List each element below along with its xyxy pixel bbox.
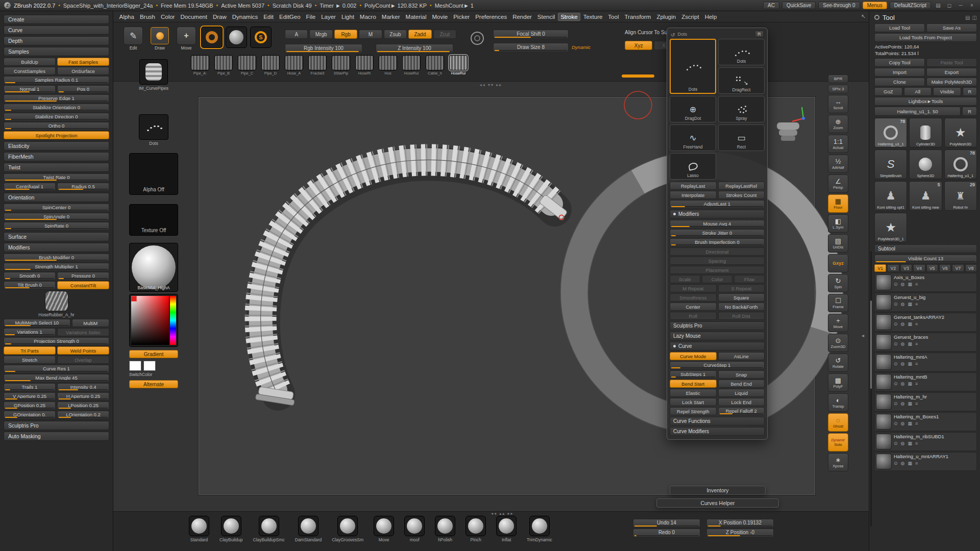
stroke-jitter-slider[interactable]: Stroke Jitter 0 xyxy=(670,229,765,237)
subtool-tab-v6[interactable]: V6 xyxy=(939,264,951,272)
lock-start-button[interactable]: Lock Start xyxy=(670,398,717,406)
stroke-type-dots[interactable]: Dots xyxy=(718,39,765,65)
polypaint-icon[interactable]: ◍ xyxy=(901,321,905,327)
secondary-color-swatch[interactable] xyxy=(143,361,156,371)
visibility-eye-icon[interactable]: ⊙ xyxy=(894,461,898,466)
subtool-geruest-braces[interactable]: Geruest_braces⊙◍▦≡ xyxy=(874,333,977,352)
center-button[interactable]: Center xyxy=(670,303,717,311)
menu-draw[interactable]: Draw xyxy=(210,13,229,21)
a-button[interactable]: A xyxy=(285,30,308,39)
subtool-section-header[interactable]: Subtool xyxy=(874,244,977,253)
imm-brush-hoserul[interactable]: HoseRul xyxy=(401,55,422,76)
focal-shift-slider[interactable]: Focal Shift 0 xyxy=(493,30,569,39)
stroke-type-dragdot[interactable]: DragDot xyxy=(670,96,716,122)
mouse-avg-slider[interactable]: Mouse Avg 4 xyxy=(670,220,765,228)
repel-strength-button[interactable]: Repel Strength xyxy=(670,407,717,415)
visibility-eye-icon[interactable]: ⊙ xyxy=(894,302,898,307)
brush-claybuildupsmc[interactable]: ClayBuildupSmc xyxy=(253,516,284,542)
visibility-eye-icon[interactable]: ⊙ xyxy=(894,441,898,446)
options-icon[interactable]: ≡ xyxy=(915,341,918,346)
replaylast-button[interactable]: ReplayLast xyxy=(670,182,717,190)
section-curve-modifiers[interactable]: Curve Modifiers xyxy=(670,427,765,436)
color-picker[interactable] xyxy=(129,294,178,347)
switch-color-label[interactable]: SwitchColor xyxy=(129,372,152,377)
options-icon[interactable]: ≡ xyxy=(915,401,918,406)
repel-falloff-slider[interactable]: Repel Falloff 2 xyxy=(718,407,765,415)
zsub-button[interactable]: Zsub xyxy=(384,30,407,39)
constanttilt-button[interactable]: ConstantTilt xyxy=(57,281,109,289)
menu-picker[interactable]: Picker xyxy=(451,13,473,21)
curvepipes-thumbnail[interactable] xyxy=(139,59,168,85)
subtool-tab-v1[interactable]: V1 xyxy=(874,264,886,272)
stretch-button[interactable]: Stretch xyxy=(4,356,56,364)
m-button[interactable]: M xyxy=(359,30,382,39)
radius-slider[interactable]: Radius 0.5 xyxy=(57,183,109,191)
visibility-eye-icon[interactable]: ⊙ xyxy=(894,282,898,287)
palette-surface[interactable]: Surface xyxy=(4,232,109,241)
shelf-rotate-button[interactable]: ↺Rotate xyxy=(828,354,848,372)
lock-end-button[interactable]: Lock End xyxy=(718,398,765,406)
mrgb-button[interactable]: Mrgb xyxy=(309,30,332,39)
uv-grid-icon[interactable]: ▦ xyxy=(908,401,912,406)
stroke-history-icon[interactable] xyxy=(671,30,675,39)
menu-brush[interactable]: Brush xyxy=(137,13,158,21)
brush-hpolish[interactable]: hPolish xyxy=(435,516,455,542)
variations-slider[interactable]: Variations 1 xyxy=(4,328,56,336)
menu-preferences[interactable]: Preferences xyxy=(473,13,510,21)
subtool-tab-v7[interactable]: V7 xyxy=(952,264,964,272)
brush-inflat[interactable]: Inflat xyxy=(496,516,517,542)
draw-size-slider[interactable]: Draw Size 8 xyxy=(493,43,569,52)
gposition-slider[interactable]: GPosition 0.25 xyxy=(4,402,56,410)
palette-depth[interactable]: Depth xyxy=(4,36,109,45)
palette-curve[interactable]: Curve xyxy=(4,26,109,35)
curve-res-slider[interactable]: Curve Res 1 xyxy=(4,365,109,373)
multimesh-select-slider[interactable]: MultiMesh Select 10 xyxy=(4,319,70,327)
shelf-undis-button[interactable]: ▤UnDis xyxy=(828,234,848,253)
subtool-haltering-m-boxes1[interactable]: Haltering_m_Boxes1⊙◍▦≡ xyxy=(874,412,977,431)
options-icon[interactable]: ≡ xyxy=(915,381,918,386)
spinangle-slider[interactable]: SpinAngle 0 xyxy=(4,213,109,221)
asline-button[interactable]: AsLine xyxy=(718,352,765,360)
imm-brush-pipe-d[interactable]: Pipe_D xyxy=(260,55,281,76)
make-polymesh3d-button[interactable]: Make PolyMesh3D xyxy=(926,78,977,86)
brush-thumbnail-hoserubber-a-hr[interactable]: HoseRubber_A_hr xyxy=(4,291,109,317)
menu-stroke[interactable]: Stroke xyxy=(558,13,580,21)
interpolate-button[interactable]: Interpolate xyxy=(670,191,717,199)
polypaint-icon[interactable]: ◍ xyxy=(901,302,905,307)
tray-divider-bottom[interactable] xyxy=(491,511,514,516)
menu-file[interactable]: File xyxy=(303,13,318,21)
shelf-transp-button[interactable]: ◐Transp xyxy=(828,393,848,412)
imm-brush-hoserul[interactable]: HoseRul xyxy=(448,55,469,76)
x-position-slider[interactable]: X Position 0.19132 xyxy=(706,519,774,528)
palette-fibermesh[interactable]: FiberMesh xyxy=(4,152,109,161)
options-icon[interactable]: ≡ xyxy=(915,302,918,307)
subtool-axis-u-boxes[interactable]: Axis_u_Boxes⊙◍▦≡ xyxy=(874,273,977,292)
palette-sculptris-pro[interactable]: Sculptris Pro xyxy=(4,421,109,430)
shelf-frame-button[interactable]: ☐Frame xyxy=(828,294,848,312)
palette-modifiers[interactable]: Modifiers xyxy=(4,243,109,252)
rgb-button[interactable]: Rgb xyxy=(334,30,357,39)
tilt-brush-slider[interactable]: Tilt Brush 0 xyxy=(4,281,56,289)
visibility-eye-icon[interactable]: ⊙ xyxy=(894,321,898,327)
palette-auto-masking[interactable]: Auto Masking xyxy=(4,432,109,441)
current-brush-thumbnail[interactable] xyxy=(201,27,223,48)
visibility-eye-icon[interactable]: ⊙ xyxy=(894,361,898,366)
palette-elasticity[interactable]: Elasticity xyxy=(4,141,109,151)
stroke-type-lasso[interactable]: Lasso xyxy=(670,153,716,180)
visibility-eye-icon[interactable]: ⊙ xyxy=(894,401,898,406)
stroke-thumbnail[interactable] xyxy=(226,27,247,48)
constsamples-button[interactable]: ConstSamples xyxy=(4,67,56,75)
imm-brush-hos[interactable]: Hos xyxy=(378,55,398,76)
spinrate-slider[interactable]: SpinRate 0 xyxy=(4,222,109,230)
strokes-count-button[interactable]: Strokes Count xyxy=(718,191,765,199)
palette-orientation[interactable]: Orientation xyxy=(4,193,109,202)
layout-icon[interactable] xyxy=(934,2,942,9)
dynamic-mode-label[interactable]: Dynamic xyxy=(572,44,591,50)
pressure-slider[interactable]: Pressure 0 xyxy=(57,272,109,280)
main-color-swatch[interactable] xyxy=(129,361,141,371)
square-button[interactable]: Square xyxy=(718,293,765,302)
polypaint-icon[interactable]: ◍ xyxy=(901,441,905,446)
stroke-type-rect[interactable]: Rect xyxy=(718,124,765,151)
uv-grid-icon[interactable]: ▦ xyxy=(908,381,912,386)
material-selector[interactable]: BasicMat_HighA xyxy=(129,243,178,292)
